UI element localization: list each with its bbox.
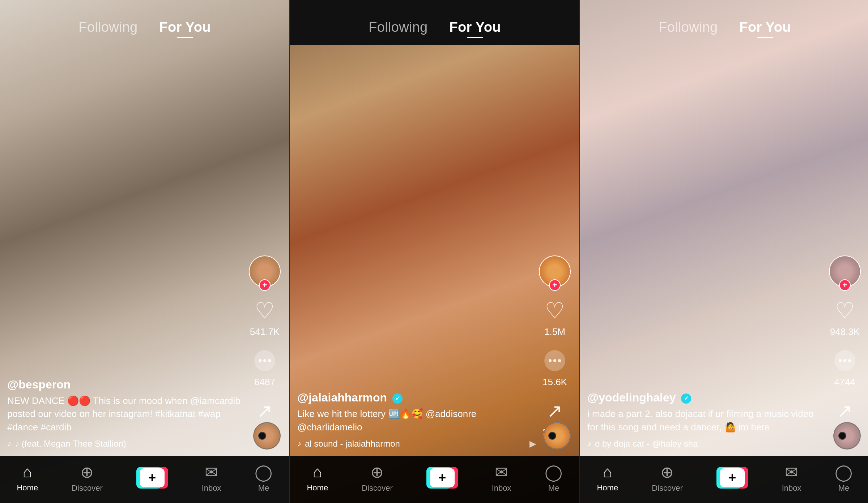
home-icon-1: ⌂	[23, 463, 33, 481]
top-nav-1: Following For You	[0, 0, 289, 47]
comment-button-1[interactable]: 6487	[252, 348, 278, 388]
heart-icon-1: ♡	[252, 297, 278, 323]
music-row-3[interactable]: ♪ o by doja cat - @haley sha	[587, 439, 826, 449]
description-1: NEW DANCE 🔴🔴 This is our mood when @iamc…	[7, 394, 246, 434]
inbox-icon-1: ✉	[205, 463, 218, 481]
nav-discover-3[interactable]: ⊕ Discover	[652, 463, 683, 493]
action-sidebar-3: + ♡ 948.3K 4744 ↗	[829, 255, 861, 438]
like-count-3: 948.3K	[830, 326, 860, 338]
nav-create-3[interactable]: +	[716, 467, 748, 489]
create-btn-white-1: +	[140, 468, 165, 487]
nav-me-label-3: Me	[838, 483, 850, 493]
heart-icon-3: ♡	[832, 297, 858, 323]
username-3[interactable]: @yodelinghaley ✓	[587, 391, 826, 404]
nav-me-label-2: Me	[548, 483, 559, 493]
nav-me-2[interactable]: ◯ Me	[545, 463, 562, 493]
nav-me-3[interactable]: ◯ Me	[835, 463, 852, 493]
nav-create-1[interactable]: +	[136, 467, 168, 489]
music-text-1: ♪ (feat. Megan Thee Stallion)	[15, 439, 126, 449]
inbox-icon-3: ✉	[785, 463, 798, 481]
video-info-3: @yodelinghaley ✓ i made a part 2. also d…	[587, 391, 826, 449]
nav-discover-label-2: Discover	[362, 483, 393, 493]
discover-icon-1: ⊕	[80, 463, 94, 481]
nav-me-label-1: Me	[258, 483, 269, 493]
nav-home-label-3: Home	[597, 483, 618, 493]
nav-inbox-label-1: Inbox	[202, 483, 221, 493]
create-button-3[interactable]: +	[716, 467, 748, 489]
nav-home-3[interactable]: ⌂ Home	[597, 463, 618, 493]
like-button-3[interactable]: ♡ 948.3K	[830, 297, 860, 338]
nav-create-2[interactable]: +	[426, 467, 458, 489]
top-nav-3: Following For You	[580, 0, 868, 47]
music-note-icon-2: ♪	[297, 439, 301, 448]
music-text-2: al sound - jalaiahharmon	[305, 439, 400, 449]
comment-icon-1	[252, 348, 278, 374]
verified-badge-2: ✓	[392, 394, 403, 404]
discover-icon-2: ⊕	[370, 463, 384, 481]
phone-panel-3: Following For You + ♡ 948.3K	[580, 0, 868, 503]
video-info-2: @jalaiahharmon ✓ Like we hit the lottery…	[297, 391, 536, 449]
comment-count-2: 15.6K	[542, 377, 567, 388]
comment-count-1: 6487	[254, 377, 275, 388]
me-icon-3: ◯	[835, 463, 852, 481]
creator-avatar-2[interactable]: +	[539, 255, 571, 287]
bottom-nav-3: ⌂ Home ⊕ Discover + ✉ Inbox ◯ Me	[580, 456, 868, 503]
like-count-1: 541.7K	[250, 326, 280, 338]
nav-inbox-label-2: Inbox	[492, 483, 511, 493]
create-button-1[interactable]: +	[136, 467, 168, 489]
phone-panel-1: Following For You + ♡ 541.7K	[0, 0, 289, 503]
nav-discover-1[interactable]: ⊕ Discover	[72, 463, 103, 493]
tab-foryou-3[interactable]: For You	[740, 20, 791, 35]
like-button-1[interactable]: ♡ 541.7K	[250, 297, 280, 338]
creator-avatar-3[interactable]: +	[829, 255, 861, 287]
nav-home-label-1: Home	[17, 483, 38, 493]
description-2: Like we hit the lottery 🆙🔥🥰 @addisonre @…	[297, 407, 536, 434]
nav-inbox-1[interactable]: ✉ Inbox	[202, 463, 221, 493]
home-icon-3: ⌂	[603, 463, 613, 481]
creator-avatar-1[interactable]: +	[249, 255, 281, 287]
follow-plus-2[interactable]: +	[549, 279, 561, 291]
home-icon-2: ⌂	[313, 463, 323, 481]
tab-following-3[interactable]: Following	[659, 20, 718, 35]
nav-home-1[interactable]: ⌂ Home	[17, 463, 38, 493]
music-disc-2[interactable]	[543, 422, 571, 450]
tab-following-2[interactable]: Following	[369, 20, 427, 35]
music-row-1[interactable]: ♪ ♪ (feat. Megan Thee Stallion)	[7, 439, 246, 449]
share-icon-1: ↗	[252, 398, 278, 424]
music-note-icon-3: ♪	[587, 439, 591, 448]
nav-me-1[interactable]: ◯ Me	[255, 463, 272, 493]
music-text-3: o by doja cat - @haley sha	[595, 439, 698, 449]
tab-foryou-1[interactable]: For You	[159, 20, 211, 35]
comment-button-2[interactable]: 15.6K	[542, 348, 568, 388]
nav-inbox-2[interactable]: ✉ Inbox	[492, 463, 511, 493]
username-2[interactable]: @jalaiahharmon ✓	[297, 391, 536, 404]
tab-following-1[interactable]: Following	[78, 20, 137, 35]
video-info-1: @besperon NEW DANCE 🔴🔴 This is our mood …	[7, 378, 246, 449]
action-sidebar-1: + ♡ 541.7K 6487	[249, 255, 281, 438]
like-button-2[interactable]: ♡ 1.5M	[542, 297, 568, 338]
share-icon-3: ↗	[832, 398, 858, 424]
create-btn-white-3: +	[720, 468, 745, 487]
username-1[interactable]: @besperon	[7, 378, 246, 391]
music-disc-3[interactable]	[833, 422, 861, 450]
create-btn-white-2: +	[430, 468, 455, 487]
follow-plus-3[interactable]: +	[839, 279, 851, 291]
action-sidebar-2: + ♡ 1.5M 15.6K ↗	[539, 255, 571, 438]
follow-plus-1[interactable]: +	[259, 279, 271, 291]
music-row-2[interactable]: ♪ al sound - jalaiahharmon ▶	[297, 439, 536, 449]
nav-home-2[interactable]: ⌂ Home	[307, 463, 328, 493]
music-disc-1[interactable]	[253, 422, 281, 450]
me-icon-2: ◯	[545, 463, 562, 481]
phone-panel-2: Following For You + ♡ 1.5M	[290, 0, 579, 503]
nav-discover-label-1: Discover	[72, 483, 103, 493]
top-nav-2: Following For You	[290, 0, 579, 47]
description-3: i made a part 2. also dojacat if ur film…	[587, 407, 826, 434]
nav-discover-2[interactable]: ⊕ Discover	[362, 463, 393, 493]
nav-inbox-3[interactable]: ✉ Inbox	[782, 463, 801, 493]
like-count-2: 1.5M	[544, 326, 565, 338]
music-note-icon-1: ♪	[7, 439, 11, 448]
comment-button-3[interactable]: 4744	[832, 348, 858, 388]
tab-foryou-2[interactable]: For You	[450, 20, 501, 35]
create-button-2[interactable]: +	[426, 467, 458, 489]
music-right-icon-2: ▶	[529, 439, 536, 449]
